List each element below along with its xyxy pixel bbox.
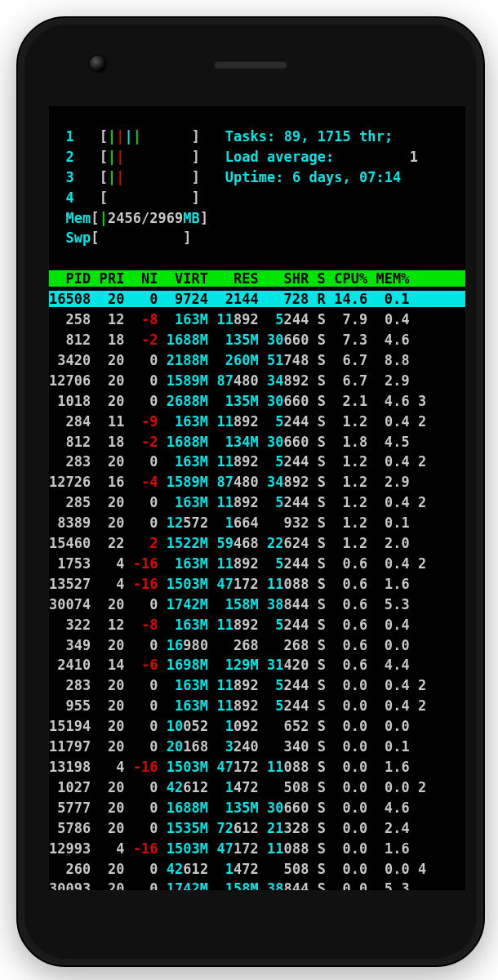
: 11: [216, 697, 233, 714]
pid: 322: [49, 617, 91, 633]
cpu: 6.7: [326, 372, 367, 389]
: 892: [233, 555, 259, 572]
: 72: [216, 820, 233, 836]
: 11: [267, 576, 284, 592]
: [158, 861, 167, 877]
: [208, 474, 216, 490]
terminal-screen[interactable]: 1 [|||| ] Tasks: 89, 1715 thr; 2 [|| ] L…: [49, 106, 465, 890]
: 244: [284, 494, 309, 510]
cpu: 1.2: [326, 494, 367, 510]
process-row[interactable]: 322 12 -8 163M 11892 5244 S 0.6 0.4: [49, 617, 410, 633]
: [208, 820, 216, 836]
process-row[interactable]: 284 11 -9 163M 11892 5244 S 1.2 0.4 2: [49, 413, 426, 430]
cpu: 0.0: [326, 738, 367, 755]
: 244: [284, 677, 309, 693]
process-row[interactable]: 5786 20 0 1535M 72612 21328 S 0.0 2.4: [49, 820, 410, 836]
: 11: [216, 494, 233, 510]
: 38: [267, 596, 284, 612]
process-row[interactable]: 812 18 -2 1688M 135M 30660 S 7.3 4.6: [49, 332, 410, 348]
: [208, 311, 216, 327]
process-row[interactable]: 30074 20 0 1742M 158M 38844 S 0.6 5.3: [49, 596, 410, 612]
res: 135M: [208, 332, 259, 348]
process-row[interactable]: 1753 4 -16 163M 11892 5244 S 0.6 0.4 2: [49, 555, 426, 572]
ni: -16: [124, 555, 158, 572]
process-row[interactable]: 13198 4 -16 1503M 47172 11088 S 0.0 1.6: [49, 759, 410, 775]
ni: 0: [124, 738, 158, 755]
pid: 812: [49, 434, 91, 450]
: [208, 453, 216, 470]
: 3: [410, 393, 427, 409]
: 244: [284, 697, 309, 714]
process-row[interactable]: 258 12 -8 163M 11892 5244 S 7.9 0.4: [49, 311, 410, 327]
process-row[interactable]: 13527 4 -16 1503M 47172 11088 S 0.6 1.6: [49, 576, 410, 592]
res: 135M: [208, 800, 259, 816]
process-row[interactable]: 260 20 0 42612 1472 508 S 0.0 0.0 4: [49, 861, 426, 877]
: 30: [267, 393, 284, 409]
process-row[interactable]: 955 20 0 163M 11892 5244 S 0.0 0.4 2: [49, 697, 426, 714]
: 47: [216, 576, 233, 592]
: 892: [233, 494, 259, 510]
process-row[interactable]: 283 20 0 163M 11892 5244 S 0.0 0.4 2: [49, 677, 426, 693]
pri: 4: [91, 840, 124, 857]
: [158, 738, 167, 755]
uptime-label: Uptime:: [225, 169, 292, 185]
res: 260M: [208, 352, 259, 368]
mem: 0.0: [367, 718, 409, 734]
: [259, 372, 267, 389]
: [208, 514, 225, 531]
mem: 0.0: [367, 779, 409, 795]
process-row[interactable]: 349 20 0 16980 268 268 S 0.6 0.0: [49, 637, 410, 653]
: 660: [284, 434, 309, 450]
: [259, 657, 267, 673]
process-row[interactable]: 285 20 0 163M 11892 5244 S 1.2 0.4 2: [49, 494, 426, 510]
cpu: 7.9: [326, 311, 367, 327]
process-row[interactable]: 8389 20 0 12572 1664 932 S 1.2 0.1: [49, 514, 410, 531]
process-row[interactable]: 15194 20 0 10052 1092 652 S 0.0 0.0: [49, 718, 410, 734]
process-row[interactable]: 1018 20 0 2688M 135M 30660 S 2.1 4.6 3: [49, 393, 426, 409]
process-row[interactable]: 12993 4 -16 1503M 47172 11088 S 0.0 1.6: [49, 840, 410, 857]
process-row-selected[interactable]: 16508 20 0 9724 2144 728 R 14.6 0.1: [49, 291, 465, 307]
process-row[interactable]: 1027 20 0 42612 1472 508 S 0.0 0.0 2: [49, 779, 426, 795]
process-row[interactable]: 5777 20 0 1688M 135M 30660 S 0.0 4.6: [49, 800, 410, 816]
cpu-id: 2: [66, 149, 74, 165]
cpu-id: 4: [66, 189, 74, 206]
process-row[interactable]: 283 20 0 163M 11892 5244 S 1.2 0.4 2: [49, 453, 426, 470]
mem: 4.5: [367, 434, 409, 450]
cpu: 0.0: [326, 861, 367, 877]
ni: -16: [124, 840, 158, 857]
state: S: [318, 474, 326, 490]
: 11: [267, 759, 284, 775]
: 47: [216, 759, 233, 775]
process-row[interactable]: 3420 20 0 2188M 260M 51748 S 6.7 8.8: [49, 352, 410, 368]
mem: 0.4: [367, 555, 409, 572]
: ,: [300, 128, 318, 145]
state: S: [318, 393, 326, 409]
phone-inner: 1 [|||| ] Tasks: 89, 1715 thr; 2 [|| ] L…: [24, 24, 477, 959]
virt: 163M: [158, 311, 209, 327]
process-row[interactable]: 12726 16 -4 1589M 87480 34892 S 1.2 2.9: [49, 474, 410, 490]
: 11: [216, 617, 233, 633]
process-header[interactable]: PID PRI NI VIRT RES SHR S CPU% MEM%: [49, 270, 465, 287]
process-row[interactable]: 812 18 -2 1688M 134M 30660 S 1.8 4.5: [49, 434, 410, 450]
pri: 20: [91, 677, 124, 693]
: 51: [267, 352, 284, 368]
: [259, 861, 284, 877]
cpu-bar-seg: |: [116, 128, 124, 145]
mem: 5.3: [367, 596, 409, 612]
tasks-label: Tasks:: [225, 128, 284, 145]
state: S: [318, 352, 326, 368]
: [259, 596, 267, 612]
ni: 0: [124, 718, 158, 734]
cpu: 6.7: [326, 352, 367, 368]
state: S: [318, 332, 326, 348]
process-row[interactable]: 11797 20 0 20168 3240 340 S 0.0 0.1: [49, 738, 410, 755]
process-row[interactable]: 15460 22 2 1522M 59468 22624 S 1.2 2.0: [49, 535, 410, 551]
cpu-bar-seg: |: [133, 128, 141, 145]
cpu: 0.0: [326, 880, 367, 890]
process-row[interactable]: 30093 20 0 1742M 158M 38844 S 0.0 5.3: [49, 880, 410, 890]
: 052: [183, 718, 208, 734]
: 892: [233, 413, 259, 430]
process-row[interactable]: 2410 14 -6 1698M 129M 31420 S 0.6 4.4: [49, 657, 410, 673]
process-row[interactable]: 12706 20 0 1589M 87480 34892 S 6.7 2.9: [49, 372, 410, 389]
: 664: [233, 514, 259, 531]
